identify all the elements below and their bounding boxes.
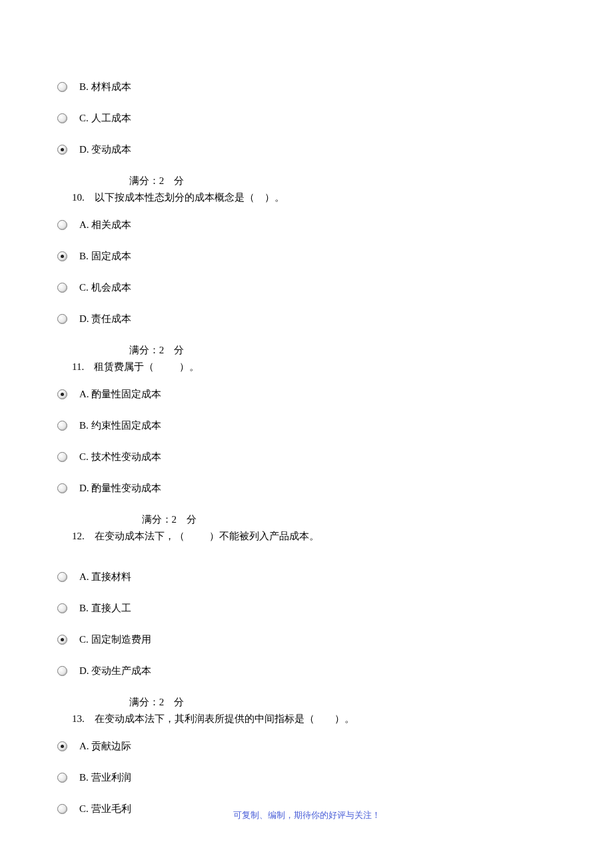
radio-icon	[57, 113, 67, 123]
q11-option-b[interactable]: B. 约束性固定成本	[53, 419, 560, 433]
option-label: A. 直接材料	[79, 570, 131, 584]
option-label: C. 机会成本	[79, 281, 131, 295]
radio-icon	[57, 452, 67, 462]
q9-option-c[interactable]: C. 人工成本	[53, 111, 560, 125]
option-label: B. 固定成本	[79, 249, 131, 263]
q10-stem: 10. 以下按成本性态划分的成本概念是（ ）。	[72, 191, 560, 205]
option-label: A. 酌量性固定成本	[79, 387, 161, 401]
option-label: B. 直接人工	[79, 601, 131, 615]
option-label: B. 材料成本	[79, 80, 131, 94]
q11-score: 满分：2 分	[127, 513, 560, 527]
radio-icon	[57, 635, 67, 645]
q10-option-c[interactable]: C. 机会成本	[53, 281, 560, 295]
radio-icon	[57, 603, 67, 613]
option-label: C. 固定制造费用	[79, 633, 151, 647]
q11-option-d[interactable]: D. 酌量性变动成本	[53, 481, 560, 495]
option-label: D. 酌量性变动成本	[79, 481, 161, 495]
q11-option-a[interactable]: A. 酌量性固定成本	[53, 387, 560, 401]
q10-option-b[interactable]: B. 固定成本	[53, 249, 560, 263]
q11-stem: 11. 租赁费属于（ ）。	[72, 360, 560, 374]
q12-stem: 12. 在变动成本法下，（ ）不能被列入产品成本。	[72, 529, 560, 543]
q9-option-d[interactable]: D. 变动成本	[53, 143, 560, 157]
option-label: B. 营业利润	[79, 771, 131, 785]
radio-icon	[57, 773, 67, 783]
q12-score: 满分：2 分	[127, 695, 560, 709]
radio-icon	[57, 251, 67, 261]
q12-option-c[interactable]: C. 固定制造费用	[53, 633, 560, 647]
q13-stem: 13. 在变动成本法下，其利润表所提供的中间指标是（ ）。	[72, 712, 560, 726]
option-label: D. 变动生产成本	[79, 664, 151, 678]
page-footer: 可复制、编制，期待你的好评与关注！	[0, 809, 613, 821]
q12-option-a[interactable]: A. 直接材料	[53, 570, 560, 584]
radio-icon	[57, 145, 67, 155]
radio-icon	[57, 220, 67, 230]
option-label: C. 人工成本	[79, 111, 131, 125]
q12-option-d[interactable]: D. 变动生产成本	[53, 664, 560, 678]
radio-icon	[57, 421, 67, 431]
radio-icon	[57, 741, 67, 751]
q9-option-b[interactable]: B. 材料成本	[53, 80, 560, 94]
q10-option-a[interactable]: A. 相关成本	[53, 218, 560, 232]
radio-icon	[57, 572, 67, 582]
option-label: C. 技术性变动成本	[79, 450, 161, 464]
option-label: A. 相关成本	[79, 218, 131, 232]
radio-icon	[57, 389, 67, 399]
radio-icon	[57, 666, 67, 676]
radio-icon	[57, 82, 67, 92]
option-label: A. 贡献边际	[79, 739, 131, 753]
option-label: D. 变动成本	[79, 143, 131, 157]
option-label: D. 责任成本	[79, 312, 131, 326]
q10-score: 满分：2 分	[127, 343, 560, 357]
option-label: B. 约束性固定成本	[79, 419, 161, 433]
q12-option-b[interactable]: B. 直接人工	[53, 601, 560, 615]
q10-option-d[interactable]: D. 责任成本	[53, 312, 560, 326]
radio-icon	[57, 314, 67, 324]
radio-icon	[57, 483, 67, 493]
q13-option-a[interactable]: A. 贡献边际	[53, 739, 560, 753]
radio-icon	[57, 283, 67, 293]
q11-option-c[interactable]: C. 技术性变动成本	[53, 450, 560, 464]
q13-option-b[interactable]: B. 营业利润	[53, 771, 560, 785]
q9-score: 满分：2 分	[127, 174, 560, 188]
